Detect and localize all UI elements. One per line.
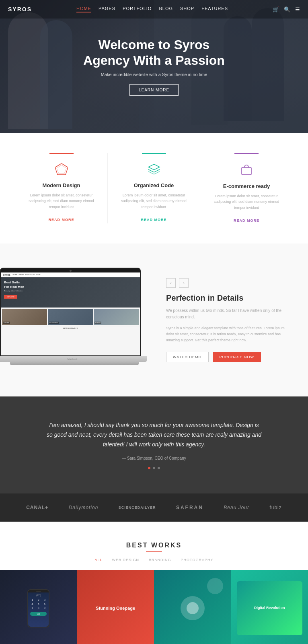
laptop-inner-hero-sub: Amazing Italian Collection: [4, 290, 137, 292]
works-filter: ALL WEB DESIGN BRANDING PHOTOGRAPHY: [0, 558, 308, 562]
watch-demo-button[interactable]: WATCH DEMO: [166, 352, 209, 362]
work-item-4[interactable]: Digital Revolution: [231, 570, 308, 644]
works-grid: (385) 1 2 3 4 5 6 7 8 9: [0, 570, 308, 644]
nav-features[interactable]: FEATURES: [201, 6, 228, 12]
prev-arrow[interactable]: ‹: [166, 278, 176, 288]
feature-body-3: Lorem ipsum dolor sit amet, consetetur s…: [208, 193, 285, 211]
feature-icon-layers: [116, 163, 192, 178]
laptop-inner-nav-item: HOME: [13, 274, 18, 276]
feature-body-2: Lorem ipsum dolor sit amet, consetetur s…: [116, 192, 192, 210]
feature-readmore-2[interactable]: READ MORE: [141, 218, 166, 222]
slider-arrows: ‹ ›: [166, 278, 292, 288]
svg-marker-1: [57, 165, 66, 173]
hero-title: Welcome to Syros Agency With a Passion: [83, 37, 225, 68]
laptop-inner-logo: SYROS: [3, 274, 10, 276]
feature-title-3: E-commerce ready: [208, 183, 285, 189]
filter-webdesign[interactable]: WEB DESIGN: [112, 558, 140, 562]
nav-pages[interactable]: PAGES: [99, 6, 115, 12]
nav-portfolio[interactable]: PORTFOLIO: [123, 6, 152, 12]
testimonial-dot-3[interactable]: [158, 467, 160, 469]
nav-logo[interactable]: SYROS: [8, 6, 32, 12]
partner-fubiz: fubiz: [269, 505, 281, 510]
feature-ecommerce: E-commerce ready Lorem ipsum dolor sit a…: [200, 153, 293, 223]
partner-canal: CANAL+: [26, 505, 48, 510]
feature-modern-design: Modern Design Lorem ipsum dolor sit amet…: [15, 153, 108, 223]
search-icon[interactable]: 🔍: [284, 6, 290, 12]
testimonial-dot-1[interactable]: [148, 467, 150, 469]
work-item-1[interactable]: (385) 1 2 3 4 5 6 7 8 9: [0, 570, 77, 644]
slide-title: Perfection in Details: [166, 293, 292, 303]
filter-all[interactable]: ALL: [95, 558, 103, 562]
cart-icon[interactable]: 🛒: [273, 6, 279, 12]
hero-subtitle: Make incredible website with a Syros the…: [83, 72, 225, 77]
works-title: BEST WORKS: [0, 542, 308, 549]
nav-home[interactable]: HOME: [76, 6, 91, 12]
work-digital-label: Digital Revolution: [254, 606, 285, 611]
laptop-device-wrap: SYROS HOME PAGES PORTFOLIO SHOP Best Sui…: [0, 268, 154, 372]
testimonial-dots: [32, 467, 276, 469]
partners-section: CANAL+ Dailymotion SCIENCEDAILYER SAFRAN…: [0, 493, 308, 522]
nav-blog[interactable]: BLOG: [159, 6, 173, 12]
slide-description: Syros is a simple and elegant template w…: [166, 325, 292, 344]
feature-readmore-3[interactable]: READ MORE: [234, 219, 259, 223]
feature-readmore-1[interactable]: READ MORE: [48, 218, 74, 222]
works-header: BEST WORKS ALL WEB DESIGN BRANDING PHOTO…: [0, 542, 308, 562]
feature-icon-diamond: [23, 163, 99, 178]
work-item-3[interactable]: [154, 570, 231, 644]
nav-links: HOME PAGES PORTFOLIO BLOG SHOP FEATURES: [76, 6, 228, 12]
laptop-section: SYROS HOME PAGES PORTFOLIO SHOP Best Sui…: [0, 244, 308, 396]
laptop-inner-nav-item3: PORTFOLIO: [25, 274, 35, 276]
menu-icon[interactable]: ☰: [295, 6, 300, 12]
laptop-inner-nav-item4: SHOP: [36, 274, 40, 276]
testimonial-quote: I'am amazed, I should say thank you so m…: [45, 421, 263, 449]
partner-safran: SAFRAN: [176, 505, 203, 510]
slide-subtitle: We possess within us two minds. So far I…: [166, 308, 292, 320]
laptop-inner-hero-title: Best SuitsFor Real Men: [4, 281, 137, 289]
nav-icons: 🛒 🔍 ☰: [273, 6, 300, 12]
works-section: BEST WORKS ALL WEB DESIGN BRANDING PHOTO…: [0, 522, 308, 644]
partner-dailymotion: Dailymotion: [69, 505, 99, 510]
hero-cta-button[interactable]: LEARN MORE: [129, 84, 179, 96]
slide-buttons: WATCH DEMO PURCHASE NOW: [166, 352, 292, 362]
next-arrow[interactable]: ›: [179, 278, 189, 288]
laptop-inner-nav-item2: PAGES: [19, 274, 25, 276]
laptop-device: SYROS HOME PAGES PORTFOLIO SHOP Best Sui…: [0, 268, 153, 372]
testimonial-section: I'am amazed, I should say thank you so m…: [0, 396, 308, 493]
nav-shop[interactable]: SHOP: [180, 6, 194, 12]
hero-content: Welcome to Syros Agency With a Passion M…: [83, 37, 225, 96]
work-item-2[interactable]: Stunning Onepage: [77, 570, 154, 644]
svg-rect-3: [242, 167, 251, 175]
feature-icon-bag: [208, 163, 285, 178]
purchase-now-button[interactable]: PURCHASE NOW: [213, 352, 261, 362]
feature-organized-code: Organized Code Lorem ipsum dolor sit ame…: [108, 153, 200, 223]
laptop-inner-explore-btn: EXPLORE: [4, 295, 17, 299]
testimonial-author: — Sara Simpson, CEO of Company: [32, 456, 276, 460]
laptop-text-content: ‹ › Perfection in Details We possess wit…: [154, 278, 308, 362]
feature-title-2: Organized Code: [116, 182, 192, 188]
partner-beaujour: Beau Jour: [224, 505, 249, 510]
navbar: SYROS HOME PAGES PORTFOLIO BLOG SHOP FEA…: [0, 0, 308, 19]
testimonial-dot-2[interactable]: [153, 467, 155, 469]
svg-marker-2: [148, 164, 160, 170]
laptop-model-label: Macbook: [68, 358, 77, 360]
partner-science: SCIENCEDAILYER: [119, 506, 156, 510]
feature-title-1: Modern Design: [23, 182, 99, 188]
works-underline: [146, 551, 162, 552]
laptop-inner-new-arrivals: NEW ARRIVALS: [1, 326, 140, 330]
work-onepage-title: Stunning Onepage: [96, 605, 135, 611]
feature-body-1: Lorem ipsum dolor sit amet, consetetur s…: [23, 192, 99, 210]
filter-photography[interactable]: PHOTOGRAPHY: [181, 558, 214, 562]
features-section: Modern Design Lorem ipsum dolor sit amet…: [0, 133, 308, 244]
filter-branding[interactable]: BRANDING: [149, 558, 171, 562]
hero-section: Welcome to Syros Agency With a Passion M…: [0, 0, 308, 133]
